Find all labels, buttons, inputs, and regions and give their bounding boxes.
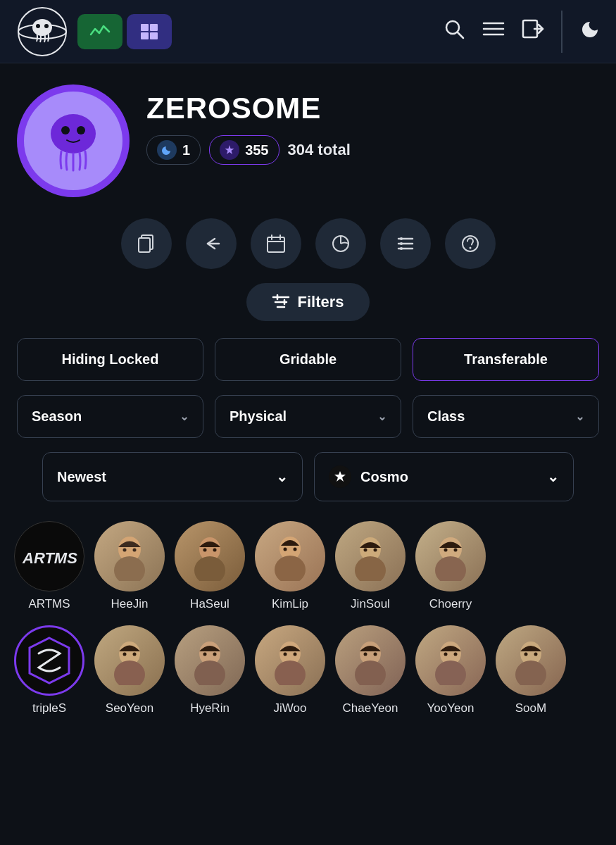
haseul-label: HaSeul <box>190 597 230 611</box>
logo-area <box>14 4 172 60</box>
yooyeon-label: YooYeon <box>427 701 474 715</box>
menu-icon[interactable] <box>482 19 505 44</box>
artist-item-kimlip[interactable]: KimLip <box>255 521 325 611</box>
calendar-button[interactable] <box>251 218 301 269</box>
svg-rect-5 <box>141 24 149 31</box>
svg-rect-20 <box>139 238 150 252</box>
login-icon[interactable] <box>522 18 544 45</box>
cosmo-left: Cosmo <box>329 465 408 488</box>
physical-chevron-icon: ⌄ <box>377 410 386 423</box>
svg-point-86 <box>534 653 538 656</box>
triples-avatar <box>14 625 84 696</box>
seoyeon-label: SeoYeon <box>106 701 153 715</box>
season-dropdown[interactable]: Season ⌄ <box>17 395 203 438</box>
heejin-avatar <box>94 521 165 592</box>
artist-item-heejin[interactable]: HeeJin <box>94 521 165 611</box>
toggle-row: Hiding Locked Gridable Transferable <box>0 338 616 395</box>
artist-item-hyerin[interactable]: HyeRin <box>175 625 245 715</box>
svg-point-56 <box>364 549 367 552</box>
svg-point-72 <box>275 661 306 685</box>
season-chevron-icon: ⌄ <box>180 410 189 423</box>
hiding-locked-button[interactable]: Hiding Locked <box>17 338 203 381</box>
artist-item-soomin[interactable]: SooM <box>496 625 566 715</box>
svg-line-10 <box>458 32 463 38</box>
artist-item-chaeyeon[interactable]: ChaeYeon <box>335 625 406 715</box>
profile-mascot <box>34 102 112 180</box>
hyerin-avatar <box>175 625 245 696</box>
svg-rect-22 <box>268 237 284 252</box>
svg-point-55 <box>355 556 386 581</box>
nav-divider <box>561 11 562 53</box>
svg-point-81 <box>444 653 448 656</box>
total-count: 304 total <box>288 141 351 159</box>
artist-item-yooyeon[interactable]: YooYeon <box>415 625 486 715</box>
nav-tabs <box>77 14 172 49</box>
action-buttons <box>0 211 616 283</box>
transferable-button[interactable]: Transferable <box>413 338 599 381</box>
newest-sort[interactable]: Newest ⌄ <box>42 452 303 501</box>
filter-icon <box>272 294 290 310</box>
svg-point-76 <box>355 661 386 685</box>
svg-point-47 <box>194 556 225 581</box>
theme-icon[interactable] <box>579 18 602 45</box>
star-icon <box>220 140 239 160</box>
soomin-avatar <box>496 625 566 696</box>
artist-item-choerry[interactable]: Choerry <box>415 521 486 611</box>
tab-collection[interactable] <box>127 14 172 49</box>
avatar-inner <box>24 92 122 190</box>
svg-point-34 <box>469 247 471 249</box>
sort-row: Newest ⌄ Cosmo ⌄ <box>0 452 616 521</box>
svg-point-45 <box>133 549 137 552</box>
artist-item-triples[interactable]: tripleS <box>14 625 84 715</box>
moon-count: 1 <box>182 142 190 158</box>
svg-rect-8 <box>150 32 158 39</box>
chaeyeon-avatar <box>335 625 406 696</box>
filters-label: Filters <box>297 293 344 311</box>
class-chevron-icon: ⌄ <box>575 410 584 423</box>
filters-button[interactable]: Filters <box>246 283 369 321</box>
choerry-label: Choerry <box>429 597 472 611</box>
gridable-button[interactable]: Gridable <box>215 338 401 381</box>
profile-info: ZEROSOME 1 355 304 total <box>146 84 351 165</box>
artist-grid-row2: tripleS SeoYeon HyeRin <box>0 625 616 730</box>
jinsoul-avatar <box>335 521 406 592</box>
artist-item-artms[interactable]: ARTMS ARTMS <box>14 521 84 611</box>
app-logo[interactable] <box>14 4 70 60</box>
svg-point-52 <box>284 548 287 551</box>
help-button[interactable] <box>445 218 496 269</box>
svg-point-69 <box>203 653 207 656</box>
artist-item-haseul[interactable]: HaSeul <box>175 521 245 611</box>
avatar <box>17 84 130 197</box>
profile-stats: 1 355 304 total <box>146 135 351 165</box>
search-icon[interactable] <box>443 18 465 45</box>
class-dropdown[interactable]: Class ⌄ <box>413 395 599 438</box>
svg-point-70 <box>213 653 217 656</box>
class-label: Class <box>427 408 465 425</box>
heejin-label: HeeJin <box>111 597 149 611</box>
chart-button[interactable] <box>315 218 366 269</box>
kimlip-label: KimLip <box>272 597 308 611</box>
tab-activity[interactable] <box>77 14 122 49</box>
svg-point-85 <box>524 653 528 656</box>
top-navigation <box>0 0 616 63</box>
artist-item-jiwoo[interactable]: JiWoo <box>255 625 325 715</box>
artist-item-jinsoul[interactable]: JinSoul <box>335 521 406 611</box>
svg-point-60 <box>444 549 448 552</box>
triples-logo-svg <box>21 632 77 689</box>
triples-label: tripleS <box>32 701 66 715</box>
svg-text:ARTMS: ARTMS <box>22 549 77 567</box>
physical-dropdown[interactable]: Physical ⌄ <box>215 395 401 438</box>
cosmo-filter[interactable]: Cosmo ⌄ <box>314 452 574 501</box>
season-label: Season <box>32 408 82 425</box>
copy-button[interactable] <box>121 218 172 269</box>
share-button[interactable] <box>186 218 237 269</box>
svg-point-16 <box>51 114 96 154</box>
list-button[interactable] <box>380 218 431 269</box>
jinsoul-label: JinSoul <box>351 597 390 611</box>
cosmo-icon <box>329 465 351 488</box>
svg-point-44 <box>123 549 127 552</box>
choerry-avatar <box>415 521 486 592</box>
artist-item-seoyeon[interactable]: SeoYeon <box>94 625 165 715</box>
filters-row: Filters <box>0 283 616 338</box>
svg-point-78 <box>374 653 377 656</box>
